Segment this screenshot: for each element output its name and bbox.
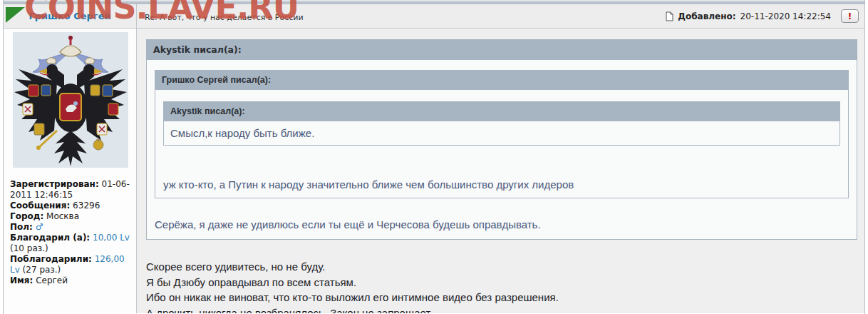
post-line: Ибо он никак не виноват, что кто-то выло…: [146, 290, 857, 305]
post-content: Akystik писал(a): Гришко Сергей писал(a)…: [137, 29, 864, 313]
gender-label: Пол:: [10, 222, 33, 232]
thanked-suffix: (10 раз.): [10, 243, 48, 253]
post-line: Я бы Дзюбу оправдывал по всем статьям.: [146, 275, 857, 290]
avatar: [13, 32, 128, 168]
header-user-cell: Гришко Сергей: [4, 4, 137, 28]
messages-value: 63296: [73, 201, 100, 211]
topic-title: Re: А вот, что у нас делается в России: [145, 10, 666, 22]
thanked-amount-link[interactable]: 10,00 Lv: [93, 233, 130, 243]
document-icon: [666, 11, 673, 21]
post-table: Гришко Сергей Re: А вот, что у нас делае…: [3, 0, 865, 314]
post-line: А дрочить никогда не возбранялось. Закон…: [146, 305, 857, 314]
quote-inner: Akystik писал(a): Смысл,к народу быть бл…: [163, 101, 840, 146]
quote-outer: Akystik писал(a): Гришко Сергей писал(a)…: [146, 39, 857, 240]
quote-middle-body: Akystik писал(a): Смысл,к народу быть бл…: [155, 90, 849, 198]
post-meta: Добавлено: 20-11-2020 14:22:54 !: [666, 9, 859, 23]
city-value: Москва: [46, 211, 79, 221]
male-gender-icon: ♂: [36, 222, 43, 232]
quote-middle-author: Гришко Сергей писал(a):: [155, 70, 849, 90]
name-label: Имя:: [10, 275, 33, 285]
quote-middle-text: уж кто-кто, а Путин к народу значительно…: [163, 178, 840, 191]
quote-outer-body: Гришко Сергей писал(a): Akystik писал(a)…: [146, 60, 857, 240]
added-datetime: 20-11-2020 14:22:54: [740, 11, 831, 21]
new-post-flag-icon[interactable]: [6, 7, 25, 23]
forum-post-page: COINS.LAVE.RU Гришко Сергей Re: А вот, ч…: [0, 0, 868, 314]
messages-label: Сообщения:: [10, 201, 70, 211]
avatar-coat-of-arms: [13, 32, 128, 168]
quote-inner-author: Akystik писал(a):: [163, 101, 840, 121]
quote-outer-text: Серёжа, я даже не удивлюсь если ты ещё и…: [155, 218, 849, 231]
quote-inner-text: Смысл,к народу быть ближе.: [170, 127, 314, 139]
post-text: Скорее всего удивитесь, но не буду. Я бы…: [146, 259, 857, 313]
added-label: Добавлено:: [678, 11, 735, 21]
quote-outer-author: Akystik писал(a):: [146, 39, 857, 60]
username-link[interactable]: Гришко Сергей: [29, 11, 110, 21]
thanked-label: Благодарил (а):: [10, 233, 90, 243]
user-info: Зарегистрирован: 01-06-2011 12:46:15 Соо…: [8, 179, 133, 286]
post-header-row: Гришко Сергей Re: А вот, что у нас делае…: [4, 4, 864, 29]
name-value: Сергей: [36, 275, 68, 285]
user-sidebar: Зарегистрирован: 01-06-2011 12:46:15 Соо…: [4, 29, 137, 313]
header-topic-cell: Re: А вот, что у нас делается в России Д…: [137, 4, 864, 28]
quote-middle: Гришко Сергей писал(a): Akystik писал(a)…: [155, 70, 849, 198]
post-line: Скорее всего удивитесь, но не буду.: [146, 259, 857, 275]
registered-label: Зарегистрирован:: [10, 179, 99, 189]
city-label: Город:: [10, 211, 43, 221]
quote-inner-body: Смысл,к народу быть ближе.: [163, 121, 840, 146]
received-suffix: (27 раз.): [20, 265, 61, 275]
received-label: Поблагодарили:: [10, 254, 92, 264]
post-body-row: Зарегистрирован: 01-06-2011 12:46:15 Соо…: [4, 29, 864, 313]
report-post-button[interactable]: !: [841, 9, 859, 23]
